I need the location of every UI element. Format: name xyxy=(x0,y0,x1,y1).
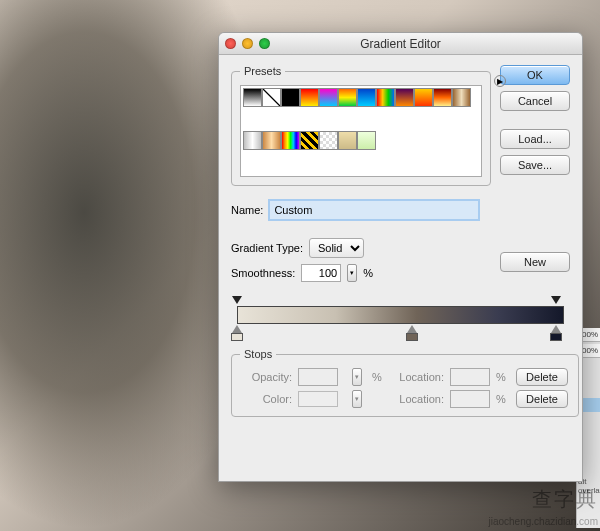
gradient-ramp[interactable] xyxy=(231,292,570,342)
opacity-input[interactable] xyxy=(298,368,338,386)
color-location-input[interactable] xyxy=(450,390,490,408)
opacity-stop[interactable] xyxy=(551,296,561,306)
preset-swatch[interactable] xyxy=(319,88,338,107)
percent-label: % xyxy=(363,267,373,279)
watermark-url: jiaocheng.chazidian.com xyxy=(488,516,598,527)
preset-swatch[interactable] xyxy=(452,88,471,107)
color-stop[interactable] xyxy=(232,325,242,335)
location-label: Location: xyxy=(392,371,444,383)
presets-legend: Presets xyxy=(240,65,285,77)
preset-swatch[interactable] xyxy=(262,88,281,107)
gradient-bar[interactable] xyxy=(237,306,564,324)
preset-swatch[interactable] xyxy=(281,88,300,107)
percent-label: % xyxy=(372,371,386,383)
preset-swatch[interactable] xyxy=(433,88,452,107)
location-label: Location: xyxy=(392,393,444,405)
stops-fieldset: Stops Opacity: ▾ % Location: % Delete Co… xyxy=(231,348,579,417)
presets-fieldset: Presets ▶ xyxy=(231,65,491,186)
presets-menu-icon[interactable]: ▶ xyxy=(494,75,506,87)
preset-swatch[interactable] xyxy=(262,131,281,150)
opacity-location-input[interactable] xyxy=(450,368,490,386)
gradient-type-select[interactable]: Solid xyxy=(309,238,364,258)
save-button[interactable]: Save... xyxy=(500,155,570,175)
new-button[interactable]: New xyxy=(500,252,570,272)
opacity-stepper[interactable]: ▾ xyxy=(352,368,362,386)
opacity-label: Opacity: xyxy=(240,371,292,383)
name-input[interactable] xyxy=(269,200,479,220)
preset-grid xyxy=(240,85,482,177)
cancel-button[interactable]: Cancel xyxy=(500,91,570,111)
action-buttons: OK Cancel Load... Save... xyxy=(500,65,570,175)
delete-color-stop-button[interactable]: Delete xyxy=(516,390,568,408)
smoothness-label: Smoothness: xyxy=(231,267,295,279)
preset-swatch[interactable] xyxy=(300,131,319,150)
delete-opacity-stop-button[interactable]: Delete xyxy=(516,368,568,386)
preset-swatch[interactable] xyxy=(376,88,395,107)
preset-swatch[interactable] xyxy=(300,88,319,107)
color-swatch[interactable] xyxy=(298,391,338,407)
preset-swatch[interactable] xyxy=(395,88,414,107)
preset-swatch[interactable] xyxy=(338,131,357,150)
titlebar[interactable]: Gradient Editor xyxy=(219,33,582,55)
color-stop[interactable] xyxy=(407,325,417,335)
stops-legend: Stops xyxy=(240,348,276,360)
preset-swatch[interactable] xyxy=(338,88,357,107)
color-stepper[interactable]: ▾ xyxy=(352,390,362,408)
color-label: Color: xyxy=(240,393,292,405)
ok-button[interactable]: OK xyxy=(500,65,570,85)
dialog-title: Gradient Editor xyxy=(219,37,582,51)
preset-swatch[interactable] xyxy=(357,88,376,107)
percent-label: % xyxy=(496,393,510,405)
preset-swatch[interactable] xyxy=(319,131,338,150)
preset-swatch[interactable] xyxy=(414,88,433,107)
color-stop[interactable] xyxy=(551,325,561,335)
smoothness-input[interactable] xyxy=(301,264,341,282)
preset-swatch[interactable] xyxy=(357,131,376,150)
gradient-type-label: Gradient Type: xyxy=(231,242,303,254)
preset-swatch[interactable] xyxy=(281,131,300,150)
load-button[interactable]: Load... xyxy=(500,129,570,149)
name-label: Name: xyxy=(231,204,263,216)
percent-label: % xyxy=(496,371,510,383)
preset-swatch[interactable] xyxy=(243,88,262,107)
smoothness-stepper[interactable]: ▾ xyxy=(347,264,357,282)
preset-swatch[interactable] xyxy=(243,131,262,150)
gradient-editor-dialog: Gradient Editor OK Cancel Load... Save..… xyxy=(218,32,583,482)
opacity-stop[interactable] xyxy=(232,296,242,306)
watermark: 查字典 xyxy=(532,486,598,513)
